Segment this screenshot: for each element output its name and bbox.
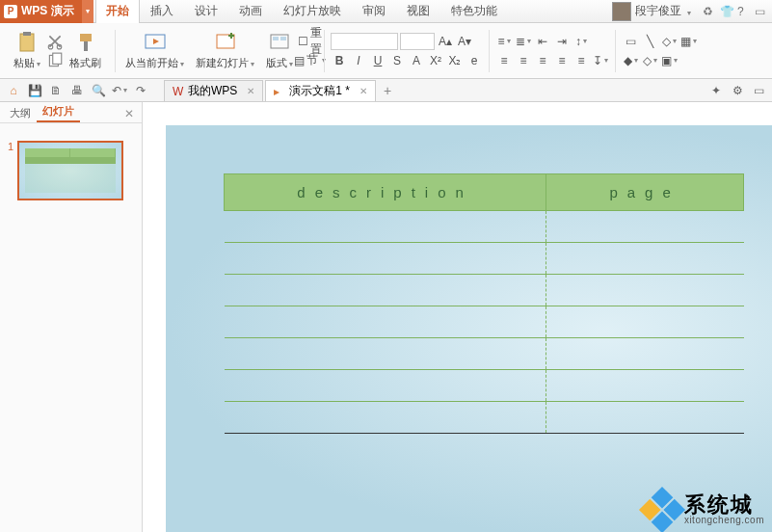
indent-dec-icon[interactable]: ⇤ <box>534 33 551 50</box>
app-name: WPS 演示 <box>21 3 74 19</box>
preview-icon[interactable]: 🔍 <box>91 83 106 98</box>
skin-icon[interactable]: ♻ <box>703 5 716 18</box>
shape-line-icon[interactable]: ╲ <box>641 33 658 50</box>
min-icon[interactable]: ▭ <box>755 5 768 18</box>
align-right-icon[interactable]: ≡ <box>534 52 551 69</box>
table-header-description[interactable]: description <box>225 174 546 211</box>
separator <box>615 30 616 72</box>
tab-features[interactable]: 特色功能 <box>440 0 508 23</box>
svg-rect-11 <box>273 37 279 40</box>
tab-document-1[interactable]: ▸ 演示文稿1 * ✕ <box>265 80 376 101</box>
indent-inc-icon[interactable]: ⇥ <box>553 33 571 50</box>
close-tab-icon[interactable]: ✕ <box>247 86 254 96</box>
tab-animation[interactable]: 动画 <box>228 0 273 23</box>
font-fill-icon[interactable]: A <box>408 52 425 69</box>
print-icon[interactable]: 🖶 <box>69 83 85 98</box>
tool-icon-2[interactable]: ⚙ <box>730 83 745 98</box>
document-tabs: W 我的WPS ✕ ▸ 演示文稿1 * ✕ + <box>164 79 397 102</box>
title-bar: P WPS 演示 ▾ 开始 插入 设计 动画 幻灯片放映 审阅 视图 特色功能 … <box>0 0 772 23</box>
user-name[interactable]: 段宇俊亚 <box>635 3 681 19</box>
undo-icon[interactable]: ↶ <box>112 83 127 98</box>
watermark: 系统城 xitongcheng.com <box>646 493 764 526</box>
clipboard-group: 粘贴 格式刷 <box>6 25 109 77</box>
table-row[interactable] <box>225 243 744 275</box>
thumbnail-preview <box>17 141 123 200</box>
bold-icon[interactable]: B <box>331 52 348 69</box>
tab-design[interactable]: 设计 <box>184 0 228 23</box>
align-justify-icon[interactable]: ≡ <box>553 52 571 69</box>
user-dropdown-icon[interactable] <box>685 5 699 18</box>
shape-rect-icon[interactable]: ▭ <box>622 33 639 50</box>
shape-outline-icon[interactable]: ◇ <box>641 52 658 69</box>
user-area: 段宇俊亚 ♻ 👕 ? ▭ <box>612 2 772 21</box>
copy-icon[interactable] <box>46 52 64 69</box>
line-spacing-icon[interactable]: ↕ <box>572 33 590 50</box>
tool-icon-3[interactable]: ▭ <box>751 83 766 98</box>
from-current-button[interactable]: 从当前开始 <box>121 29 188 72</box>
redo-icon[interactable]: ↷ <box>133 83 148 98</box>
clear-format-icon[interactable]: e <box>466 52 483 69</box>
paste-button[interactable]: 粘贴 <box>10 29 44 72</box>
table-row[interactable] <box>225 338 744 370</box>
tool-icon-1[interactable]: ✦ <box>708 83 724 98</box>
table-header-page[interactable]: page <box>546 174 744 211</box>
table-row[interactable] <box>225 306 744 338</box>
numbering-icon[interactable]: ≣ <box>515 33 532 50</box>
tab-view[interactable]: 视图 <box>396 0 440 23</box>
tshirt-icon[interactable]: 👕 <box>720 5 733 18</box>
font-family-input[interactable] <box>331 33 398 50</box>
wps-icon: W <box>173 85 184 96</box>
close-tab-icon[interactable]: ✕ <box>359 86 367 96</box>
arrange-icon[interactable]: ▦ <box>679 33 697 50</box>
subscript-icon[interactable]: X₂ <box>446 52 464 69</box>
text-direction-icon[interactable]: ↧ <box>592 52 609 69</box>
separator <box>115 30 116 72</box>
home-icon[interactable]: ⌂ <box>6 83 21 98</box>
app-badge[interactable]: P WPS 演示 <box>0 0 82 23</box>
shape-more-icon[interactable]: ◇ <box>660 33 678 50</box>
save-icon[interactable]: 💾 <box>27 83 42 98</box>
tab-slideshow[interactable]: 幻灯片放映 <box>273 0 352 23</box>
slide-number: 1 <box>8 141 13 200</box>
strike-icon[interactable]: S <box>388 52 406 69</box>
tab-home[interactable]: 开始 <box>95 0 140 23</box>
table-row[interactable] <box>225 402 744 434</box>
shape-effects-icon[interactable]: ▣ <box>660 52 678 69</box>
slide-table[interactable]: description page <box>224 173 744 434</box>
distribute-icon[interactable]: ≡ <box>572 52 590 69</box>
format-painter-button[interactable]: 格式刷 <box>66 29 105 72</box>
saveas-icon[interactable]: 🗎 <box>48 83 64 98</box>
bullets-icon[interactable]: ≡ <box>495 33 513 50</box>
align-left-icon[interactable]: ≡ <box>495 52 513 69</box>
table-row[interactable] <box>225 211 744 243</box>
help-icon[interactable]: ? <box>737 5 751 18</box>
separator <box>324 30 325 72</box>
app-menu-dropdown[interactable]: ▾ <box>82 0 93 23</box>
new-tab-button[interactable]: + <box>378 83 397 98</box>
tab-insert[interactable]: 插入 <box>140 0 184 23</box>
table-row[interactable] <box>225 275 744 306</box>
cut-icon[interactable] <box>46 33 64 50</box>
italic-icon[interactable]: I <box>350 52 367 69</box>
align-center-icon[interactable]: ≡ <box>515 52 532 69</box>
thumbnail-1[interactable]: 1 <box>8 141 134 200</box>
avatar[interactable] <box>612 2 631 21</box>
side-tab-slides[interactable]: 幻灯片 <box>37 102 80 122</box>
section-button[interactable]: ▤节 <box>301 52 318 69</box>
slide-canvas[interactable]: description page <box>143 102 772 532</box>
new-slide-button[interactable]: 新建幻灯片 <box>192 29 258 72</box>
slide-1[interactable]: description page <box>166 125 772 532</box>
table-row[interactable] <box>225 370 744 402</box>
tab-my-wps[interactable]: W 我的WPS ✕ <box>164 80 263 101</box>
superscript-icon[interactable]: X² <box>427 52 444 69</box>
shape-fill-icon[interactable]: ◆ <box>622 52 639 69</box>
tab-review[interactable]: 审阅 <box>352 0 396 23</box>
reset-button[interactable]: ☐重置 <box>301 33 318 50</box>
underline-icon[interactable]: U <box>369 52 386 69</box>
close-panel-icon[interactable]: ✕ <box>120 105 138 122</box>
font-size-input[interactable] <box>400 33 435 50</box>
side-tab-outline[interactable]: 大纲 <box>4 104 37 122</box>
shrink-font-icon[interactable]: A▾ <box>456 33 473 50</box>
layout-button[interactable]: 版式 <box>262 29 297 72</box>
grow-font-icon[interactable]: A▴ <box>437 33 454 50</box>
